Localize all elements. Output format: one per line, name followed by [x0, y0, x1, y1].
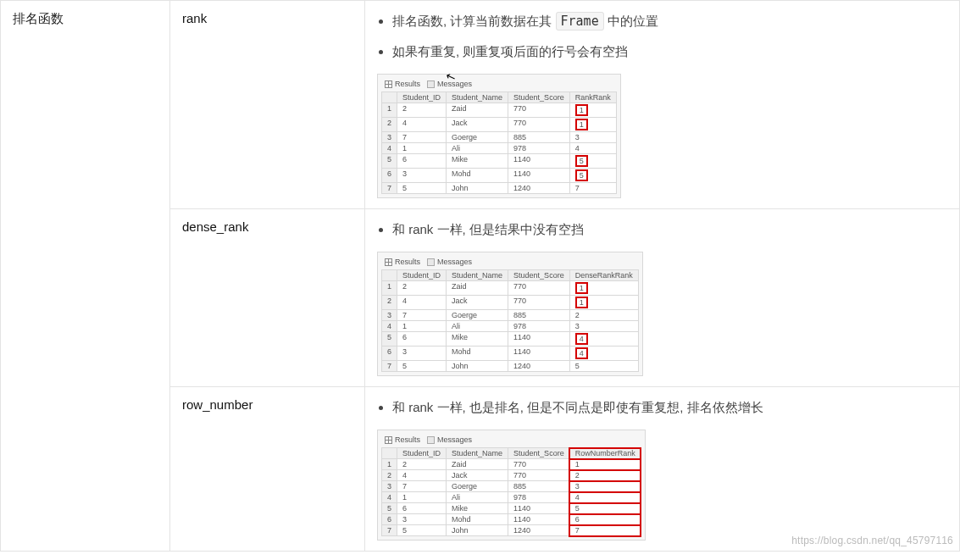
col-header: Student_ID [397, 92, 447, 103]
tab-results[interactable]: Results [385, 258, 420, 266]
cell: 1 [397, 143, 447, 154]
messages-icon [427, 80, 435, 88]
cell: 5 [569, 503, 641, 514]
cell: Goerge [447, 132, 508, 143]
tab-messages[interactable]: Messages [427, 435, 472, 444]
grid-icon [385, 258, 392, 266]
bullet-list: 和 rank 一样, 也是排名, 但是不同点是即使有重复想, 排名依然增长 [392, 397, 947, 418]
cell: 3 [397, 169, 447, 183]
col-header: Student_Name [447, 448, 508, 459]
cell: 885 [508, 310, 570, 321]
cell: 5 [397, 183, 447, 194]
cell: 885 [508, 481, 570, 492]
cell: 5 [569, 361, 638, 372]
cell: 2 [397, 281, 447, 296]
cell: Zaid [447, 281, 508, 296]
tab-messages[interactable]: Messages [427, 80, 472, 88]
cell: 7 [397, 132, 447, 143]
cell: Goerge [447, 481, 508, 492]
cell: Goerge [447, 310, 508, 321]
cell: 1 [569, 459, 641, 470]
cell: 1 [569, 118, 616, 132]
table-row: 75John12407 [382, 525, 641, 536]
cell: Ali [447, 321, 508, 332]
cell: 3 [397, 514, 447, 525]
col-header: Student_Score [508, 92, 570, 103]
table-row: 75John12405 [382, 361, 639, 372]
cell: 5 [569, 154, 616, 169]
cell: Ali [447, 492, 508, 503]
cell: 1140 [508, 514, 570, 525]
sql-results-screenshot: ResultsMessagesStudent_IDStudent_NameStu… [377, 252, 643, 376]
cell: 7 [397, 481, 447, 492]
grid-icon [385, 80, 392, 88]
cell: 4 [397, 118, 447, 132]
results-grid: Student_IDStudent_NameStudent_ScoreRowNu… [381, 447, 641, 536]
cell: 770 [508, 459, 570, 470]
cell: 4 [569, 143, 616, 154]
cell: Mohd [447, 169, 508, 183]
table-row: 37Goerge8853 [382, 132, 617, 143]
col-header: Student_Score [508, 270, 570, 281]
cell: 1 [569, 296, 638, 310]
cell: Jack [447, 296, 508, 310]
bullet-list: 排名函数, 计算当前数据在其 Frame 中的位置如果有重复, 则重复项后面的行… [392, 11, 947, 62]
table-row: 24Jack7702 [382, 470, 641, 481]
col-header: Student_Score [508, 448, 570, 459]
tab-results[interactable]: Results [385, 435, 420, 444]
cell: 3 [569, 481, 641, 492]
cell: 3 [397, 347, 447, 361]
messages-icon [427, 436, 435, 444]
function-description: 排名函数, 计算当前数据在其 Frame 中的位置如果有重复, 则重复项后面的行… [365, 1, 960, 209]
results-grid: Student_IDStudent_NameStudent_ScoreDense… [381, 269, 639, 372]
cell: 1140 [508, 347, 570, 361]
table-row: 41Ali9784 [382, 143, 617, 154]
tab-results[interactable]: Results [385, 80, 420, 88]
cell: 1240 [508, 525, 570, 536]
table-row: 75John12407 [382, 183, 617, 194]
bullet-item: 和 rank 一样, 但是结果中没有空挡 [392, 219, 947, 240]
cell: Jack [447, 118, 508, 132]
cell: 885 [508, 132, 570, 143]
bullet-list: 和 rank 一样, 但是结果中没有空挡 [392, 219, 947, 240]
results-tabs: ResultsMessages [381, 434, 641, 447]
table-row: 63Mohd11404 [382, 347, 639, 361]
cell: 2 [397, 459, 447, 470]
cell: 770 [508, 470, 570, 481]
cell: 1240 [508, 183, 570, 194]
cell: 1140 [508, 332, 570, 347]
cell: John [447, 183, 508, 194]
function-table: 排名函数rank排名函数, 计算当前数据在其 Frame 中的位置如果有重复, … [0, 0, 960, 552]
results-grid: Student_IDStudent_NameStudent_ScoreRankR… [381, 91, 617, 194]
col-header: Student_ID [397, 448, 447, 459]
sql-results-screenshot: ↖ResultsMessagesStudent_IDStudent_NameSt… [377, 74, 621, 198]
table-row: 24Jack7701 [382, 296, 639, 310]
cell: 4 [569, 492, 641, 503]
cell: 4 [397, 470, 447, 481]
col-header: Student_Name [447, 270, 508, 281]
cell: 7 [569, 525, 641, 536]
table-row: 12Zaid7701 [382, 281, 639, 296]
cell: John [447, 361, 508, 372]
cell: 978 [508, 143, 570, 154]
function-name: dense_rank [170, 209, 365, 387]
table-row: 56Mike11404 [382, 332, 639, 347]
cell: 1240 [508, 361, 570, 372]
cell: 978 [508, 321, 570, 332]
results-tabs: ResultsMessages [381, 256, 639, 269]
cell: 4 [397, 296, 447, 310]
cell: 4 [569, 347, 638, 361]
cell: 1140 [508, 169, 570, 183]
cell: Mike [447, 154, 508, 169]
tab-messages[interactable]: Messages [427, 258, 472, 266]
bullet-item: 和 rank 一样, 也是排名, 但是不同点是即使有重复想, 排名依然增长 [392, 397, 947, 418]
sql-results-screenshot: ResultsMessagesStudent_IDStudent_NameStu… [377, 430, 646, 541]
table-row: 63Mohd11405 [382, 169, 617, 183]
cell: 5 [397, 361, 447, 372]
cell: 2 [569, 310, 638, 321]
cell: Zaid [447, 103, 508, 118]
cell: 4 [569, 332, 638, 347]
cell: 6 [397, 332, 447, 347]
function-description: 和 rank 一样, 也是排名, 但是不同点是即使有重复想, 排名依然增长Res… [365, 387, 960, 552]
inline-code: Frame [556, 12, 604, 30]
